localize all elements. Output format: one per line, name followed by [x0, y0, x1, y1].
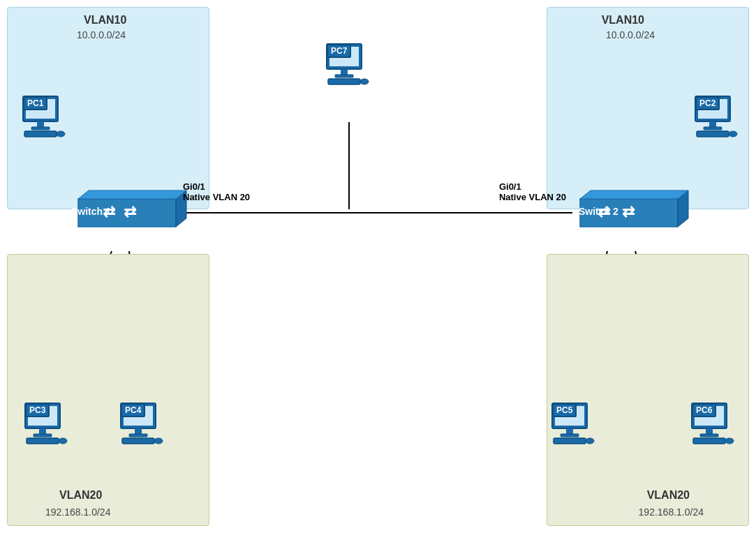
svg-rect-35: [129, 434, 147, 437]
svg-rect-10: [37, 121, 44, 127]
pc7-label: PC7: [327, 44, 351, 58]
pc3-icon: PC3: [20, 398, 68, 440]
svg-rect-11: [31, 127, 50, 130]
svg-rect-12: [24, 131, 57, 137]
svg-point-37: [154, 438, 163, 444]
svg-point-19: [729, 131, 737, 137]
svg-rect-41: [561, 434, 579, 437]
diagram-container: VLAN10 10.0.0.0/24 VLAN10 10.0.0.0/24 VL…: [0, 0, 756, 533]
svg-point-49: [725, 438, 734, 444]
pc1-icon: PC1: [17, 91, 66, 133]
zone-vlan20-left: [7, 254, 209, 526]
switch1-label: Switch 1: [71, 206, 111, 217]
svg-point-31: [59, 438, 67, 444]
pc7-icon: PC7: [321, 38, 370, 80]
switch2-label: Switch 2: [579, 206, 618, 217]
svg-rect-42: [554, 438, 586, 444]
svg-rect-16: [709, 121, 716, 127]
pc6-icon: PC6: [686, 398, 735, 440]
svg-rect-23: [335, 75, 353, 77]
svg-rect-29: [34, 434, 52, 437]
svg-rect-46: [706, 428, 713, 434]
vlan20-right-label: VLAN20: [647, 489, 690, 502]
svg-marker-52: [78, 190, 186, 199]
trunk-right-native-vlan: Native VLAN 20: [499, 192, 566, 202]
svg-point-43: [586, 438, 594, 444]
pc6-label: PC6: [692, 403, 716, 417]
svg-rect-34: [135, 428, 142, 434]
pc3-label: PC3: [25, 403, 50, 417]
svg-rect-22: [341, 69, 348, 75]
svg-marker-57: [580, 190, 688, 199]
vlan10-right-label: VLAN10: [602, 14, 644, 27]
trunk-left-native-vlan: Native VLAN 20: [183, 192, 250, 202]
switch2-icon: ⇄ ⇄ Switch 2: [566, 185, 692, 241]
svg-text:⇄: ⇄: [124, 203, 137, 220]
vlan20-left-label: VLAN20: [59, 489, 102, 502]
vlan20-left-subnet: 192.168.1.0/24: [45, 506, 110, 518]
vlan10-right-subnet: 10.0.0.0/24: [606, 29, 655, 40]
svg-rect-28: [39, 428, 46, 434]
svg-rect-36: [122, 438, 154, 444]
pc1-label: PC1: [23, 96, 47, 110]
svg-rect-48: [693, 438, 725, 444]
svg-rect-30: [27, 438, 59, 444]
vlan10-left-subnet: 10.0.0.0/24: [77, 29, 126, 40]
trunk-left-interface: Gi0/1: [183, 181, 250, 192]
svg-rect-17: [704, 127, 722, 130]
pc5-label: PC5: [552, 403, 577, 417]
pc4-label: PC4: [121, 403, 145, 417]
pc2-label: PC2: [695, 96, 720, 110]
svg-point-25: [360, 79, 369, 84]
trunk-left-labels: Gi0/1 Native VLAN 20: [183, 181, 250, 202]
zone-vlan20-right: [547, 254, 749, 526]
svg-rect-24: [328, 79, 360, 84]
trunk-right-labels: Gi0/1 Native VLAN 20: [499, 181, 566, 202]
svg-rect-18: [697, 131, 729, 137]
svg-text:⇄: ⇄: [622, 203, 635, 220]
svg-rect-40: [566, 428, 573, 434]
vlan20-right-subnet: 192.168.1.0/24: [639, 506, 704, 518]
switch1-icon: ⇄ ⇄ Switch 1: [64, 185, 190, 241]
svg-point-13: [57, 131, 65, 137]
vlan10-left-label: VLAN10: [84, 14, 126, 27]
pc5-icon: PC5: [547, 398, 595, 440]
pc2-icon: PC2: [690, 91, 739, 133]
pc4-icon: PC4: [115, 398, 164, 440]
svg-rect-47: [700, 434, 718, 437]
trunk-right-interface: Gi0/1: [499, 181, 566, 192]
